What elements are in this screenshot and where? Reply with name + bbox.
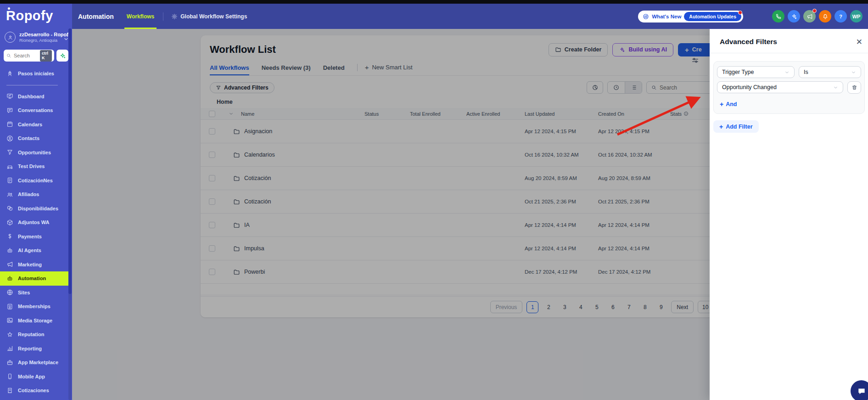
- coins-icon: [6, 205, 13, 212]
- sidebar-item-dashboard[interactable]: Dashboard: [0, 90, 72, 104]
- sidebar-item-reporting[interactable]: Reporting: [0, 342, 72, 356]
- sidebar-item-conversations[interactable]: Conversations: [0, 103, 72, 118]
- sidebar-item-opportunities[interactable]: Opportunities: [0, 146, 72, 160]
- sidebar-item-calendars[interactable]: Calendars: [0, 118, 72, 132]
- filter-condition-card: Trigger Type Is Opportunity Changed + An…: [713, 61, 865, 114]
- robot-icon: [6, 247, 13, 254]
- sidebar-item-sites[interactable]: Sites: [0, 286, 72, 300]
- sidebar-item-media-storage[interactable]: Media Storage: [0, 314, 72, 328]
- chevron-down-icon: [784, 70, 790, 75]
- sidebar-item-pasos-iniciales[interactable]: Pasos iniciales: [0, 67, 72, 81]
- sidebar-search[interactable]: ctrl K: [4, 50, 54, 62]
- ai-sparkle-button[interactable]: [56, 50, 68, 62]
- sidebar-item-disponibilidades[interactable]: Disponibilidades: [0, 202, 72, 216]
- contacts-icon: [6, 135, 13, 142]
- whats-new-pill[interactable]: What's New Automation Updates: [638, 11, 743, 23]
- chevron-down-icon: [833, 85, 838, 90]
- calendar-icon: [6, 121, 13, 128]
- box-icon: [6, 219, 13, 226]
- sidebar-item-memberships[interactable]: Memberships: [0, 299, 72, 314]
- panel-title: Advanced Filters: [720, 38, 777, 46]
- account-avatar-icon: [5, 32, 16, 43]
- sidebar-item-cotizaci-nnes[interactable]: CotizaciónNes: [0, 174, 72, 188]
- sidebar-item-payments[interactable]: Payments: [0, 230, 72, 244]
- scrollbar-thumb[interactable]: [68, 28, 72, 294]
- briefcase-icon: [6, 359, 13, 366]
- sidebar-item-ai-agents[interactable]: AI Agents: [0, 243, 72, 258]
- announcement-icon: [643, 13, 649, 20]
- account-name: zzDesarrollo - Ropofy: [19, 32, 60, 38]
- sidebar-search-input[interactable]: [14, 53, 38, 58]
- sidebar-divider: [6, 85, 58, 85]
- window-top-strip: [0, 0, 868, 4]
- brand-logo[interactable]: Ropofy: [0, 4, 72, 28]
- automation-updates-badge[interactable]: Automation Updates: [684, 12, 741, 21]
- car-icon: [6, 163, 13, 170]
- quote-icon: [6, 177, 13, 184]
- bell-icon-button[interactable]: [819, 10, 831, 23]
- notification-dot: [738, 11, 742, 15]
- nav-divider: [163, 12, 163, 21]
- sidebar-item-test-drives[interactable]: Test Drives: [0, 159, 72, 174]
- filter-value-select[interactable]: Opportunity Changed: [717, 81, 843, 93]
- phone-icon-button[interactable]: [772, 10, 784, 23]
- plus-icon: +: [720, 101, 723, 108]
- membership-icon: [6, 303, 13, 310]
- account-chevrons-icon: [64, 34, 68, 40]
- help-icon-button[interactable]: ?: [834, 10, 847, 23]
- brand-name: Ropofy: [6, 8, 53, 23]
- nav-tab-workflows[interactable]: Workflows: [127, 4, 154, 29]
- account-location: Rionegro, Antioquia: [19, 38, 60, 43]
- account-switcher[interactable]: zzDesarrollo - Ropofy Rionegro, Antioqui…: [0, 28, 72, 47]
- gear-icon: [171, 13, 178, 20]
- sidebar-item-reputation[interactable]: Reputation: [0, 327, 72, 342]
- add-filter-button[interactable]: + Add Filter: [713, 120, 759, 133]
- panel-divider: [710, 53, 868, 53]
- add-and-condition-button[interactable]: + And: [720, 101, 737, 108]
- users-icon: [6, 191, 13, 198]
- top-navigation: Automation Workflows Global Workflow Set…: [72, 4, 868, 29]
- notification-dot: [812, 9, 817, 13]
- rocket-icon: [6, 70, 13, 77]
- search-icon: [6, 53, 11, 58]
- advanced-filters-panel: Advanced Filters ✕ Trigger Type Is Oppor…: [710, 29, 868, 400]
- nav-link-global-workflow-settings[interactable]: Global Workflow Settings: [171, 13, 247, 20]
- sidebar-item-mobile-app[interactable]: Mobile App: [0, 370, 72, 384]
- close-icon[interactable]: ✕: [856, 38, 862, 46]
- automation-icon: [6, 275, 13, 282]
- sidebar-item-afiliados[interactable]: Afiliados: [0, 187, 72, 202]
- chat-widget-button[interactable]: [851, 380, 868, 400]
- sidebar-item-adjuntos-wa[interactable]: Adjuntos WA: [0, 215, 72, 230]
- search-shortcut: ctrl K: [40, 50, 52, 62]
- globe-icon: [6, 289, 13, 296]
- nav-section-title: Automation: [78, 13, 114, 20]
- dashboard-icon: [6, 93, 13, 100]
- megaphone-icon-button[interactable]: [803, 10, 816, 23]
- receipt-icon: [6, 387, 13, 394]
- whats-new-label: What's New: [652, 14, 681, 19]
- sidebar-item-disponibilidad-on-off[interactable]: Disponibilidad ON/OFF: [0, 398, 72, 400]
- sidebar-item-app-marketplace[interactable]: App Marketplace: [0, 355, 72, 370]
- sidebar-scrollbar[interactable]: [68, 28, 72, 400]
- filter-field-select[interactable]: Trigger Type: [717, 66, 795, 78]
- delete-filter-button[interactable]: [847, 81, 861, 94]
- chart-icon: [6, 345, 13, 352]
- logo-dot: [8, 7, 10, 10]
- sidebar-menu: Pasos inicialesDashboardConversationsCal…: [0, 65, 72, 400]
- dollar-icon: [6, 233, 13, 240]
- megaphone-icon: [6, 261, 13, 268]
- media-icon: [6, 317, 13, 324]
- sidebar-item-contacts[interactable]: Contacts: [0, 131, 72, 146]
- chevron-down-icon: [851, 70, 856, 75]
- sidebar-item-marketing[interactable]: Marketing: [0, 258, 72, 272]
- user-avatar[interactable]: WP: [850, 10, 862, 23]
- sparkle-icon-button[interactable]: [788, 10, 800, 23]
- plus-icon: +: [719, 123, 723, 130]
- mobile-icon: [6, 373, 13, 380]
- sidebar-item-cotizaciones[interactable]: Cotizaciones: [0, 383, 72, 398]
- filter-operator-select[interactable]: Is: [799, 66, 861, 78]
- star-icon: [6, 331, 13, 338]
- sidebar-item-automation[interactable]: Automation: [0, 271, 69, 286]
- sidebar: Ropofy zzDesarrollo - Ropofy Rionegro, A…: [0, 4, 72, 400]
- funnel-icon: [6, 149, 13, 156]
